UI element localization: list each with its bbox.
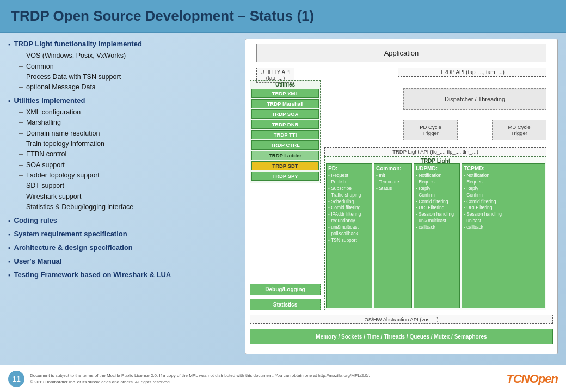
left-panel: TRDP Light functionality implemented VOS…	[8, 39, 237, 354]
section-manual: User's Manual	[8, 256, 237, 267]
footer: 11 Document is subject to the terms of t…	[0, 365, 566, 392]
utilities-label: Utilities	[251, 82, 319, 88]
tcn-logo: TCNOpen	[507, 372, 558, 386]
section-sysreq-heading: System requirement specification	[8, 229, 237, 240]
section-coding: Coding rules	[8, 215, 237, 226]
statistics-box: Statistics	[250, 299, 321, 310]
section-coding-heading: Coding rules	[8, 215, 237, 226]
list-item: VOS (Windows, Posix, VxWorks)	[19, 51, 237, 61]
tcpmd-title: TCPMD:	[464, 166, 543, 171]
trdp-dnr-box: TRDP DNR	[251, 120, 319, 129]
list-item: Common	[19, 62, 237, 72]
section-trdp-light-heading: TRDP Light functionality implemented	[8, 39, 237, 50]
list-item: ETBN control	[19, 149, 237, 160]
section-utilities-heading: Utilities implemented	[8, 95, 237, 107]
application-box: Application	[256, 44, 546, 62]
section-sysreq: System requirement specification	[8, 229, 237, 240]
section-testing-heading: Testing Framework based on Wireshark & L…	[8, 270, 237, 281]
list-item: Marshalling	[19, 118, 237, 128]
list-item: Process Data with TSN support	[19, 72, 237, 82]
right-panel: Application UTILITY API(tau_...) TRDP AP…	[245, 39, 558, 354]
section-testing: Testing Framework based on Wireshark & L…	[8, 270, 237, 281]
tcpmd-column: TCPMD: - Notification- Request- Reply- C…	[462, 163, 545, 308]
pd-column: PD: - Request- Publish- Subscribe- Traff…	[326, 163, 372, 308]
md-cycle-box: MD CycleTrigger	[492, 120, 546, 140]
list-item: Domain name resolution	[19, 128, 237, 139]
memory-bar: Memory / Sockets / Time / Threads / Queu…	[250, 329, 553, 344]
list-item: Train topology information	[19, 139, 237, 149]
list-item: XML configuration	[19, 107, 237, 118]
pd-title: PD:	[328, 166, 370, 171]
dispatcher-box: Dispatcher / Threading	[403, 88, 546, 110]
list-item: Wireshark support	[19, 192, 237, 202]
section-manual-heading: User's Manual	[8, 256, 237, 267]
trdp-soa-box: TRDP SOA	[251, 109, 319, 119]
section-trdp-light: TRDP Light functionality implemented VOS…	[8, 39, 237, 93]
tcpmd-items: - Notification- Request- Reply- Confirm-…	[464, 173, 543, 231]
content-area: TRDP Light functionality implemented VOS…	[0, 33, 566, 360]
udpmd-items: - Notification- Request- Reply- Confirm-…	[416, 173, 458, 231]
footer-legal-text: Document is subject to the terms of the …	[30, 372, 501, 384]
diagram-container: Application UTILITY API(tau_...) TRDP AP…	[245, 39, 558, 354]
trdp-xml-box: TRDP XML	[251, 89, 319, 98]
slide: TRDP Open Source Development – Status (1…	[0, 0, 566, 392]
section-trdp-light-items: VOS (Windows, Posix, VxWorks) Common Pro…	[19, 51, 237, 93]
trdp-ladder-box: TRDP Ladder	[251, 151, 319, 160]
trdp-tti-box: TRDP TTI	[251, 130, 319, 139]
utilities-block: Utilities TRDP XML TRDP Marshall TRDP SO…	[250, 80, 321, 183]
title-text: TRDP Open Source Development – Status (1…	[11, 8, 314, 24]
common-items: - Init- Terminate- Status	[376, 173, 410, 192]
section-utilities-items: XML configuration Marshalling Domain nam…	[19, 107, 237, 213]
list-item: Statistics & Debug/logging interface	[19, 202, 237, 212]
pd-items: - Request- Publish- Subscribe- Traffic s…	[328, 173, 370, 244]
trdp-light-api-label: TRDP Light API (tlc_..., tlp_..., tlm_..…	[324, 147, 546, 156]
common-column: Common: - Init- Terminate- Status	[374, 163, 412, 308]
trdp-api-label: TRDP API (tap_..., tam_...)	[398, 68, 546, 77]
udpmd-title: UDPMD:	[416, 166, 458, 171]
section-utilities: Utilities implemented XML configuration …	[8, 95, 237, 213]
pd-cycle-box: PD CycleTrigger	[403, 120, 458, 140]
debug-logging-box: Debug/Logging	[250, 284, 321, 295]
list-item: Ladder topology support	[19, 170, 237, 181]
page-number: 11	[8, 371, 24, 387]
section-arch-heading: Architecture & design specification	[8, 242, 237, 254]
trdp-sdt-box: TRDP SDT	[251, 161, 319, 170]
trdp-spy-box: TRDP SPY	[251, 171, 319, 181]
trdp-ctrl-box: TRDP CTRL	[251, 140, 319, 150]
common-title: Common:	[376, 166, 410, 171]
list-item: SDT support	[19, 181, 237, 191]
slide-title: TRDP Open Source Development – Status (1…	[0, 0, 566, 33]
trdp-marshall-box: TRDP Marshall	[251, 99, 319, 108]
list-item: optional Message Data	[19, 82, 237, 93]
list-item: SOA support	[19, 160, 237, 170]
udpmd-column: UDPMD: - Notification- Request- Reply- C…	[414, 163, 460, 308]
oshw-api-label: OS/HW Abstraction API (vos_...)	[250, 315, 553, 324]
section-arch: Architecture & design specification	[8, 242, 237, 254]
